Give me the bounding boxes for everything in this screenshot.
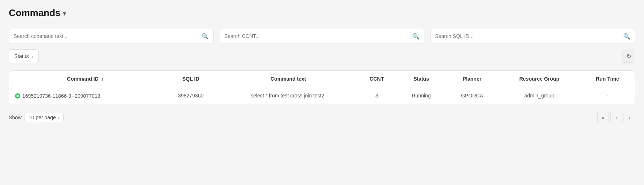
prev-page-icon: ‹ (615, 115, 617, 120)
next-page-button[interactable]: › (624, 112, 635, 123)
sql-id-search-input[interactable] (435, 33, 623, 39)
sql-id-search-icon: 🔍 (623, 33, 630, 40)
col-header-command-text[interactable]: Command text (220, 71, 356, 87)
ccnt-search-input[interactable] (224, 33, 413, 39)
col-header-status[interactable]: Status (397, 71, 445, 87)
cell-sql-id: 398279860 (162, 87, 220, 104)
ccnt-search-box: 🔍 (220, 29, 425, 43)
first-page-button[interactable]: « (597, 112, 609, 123)
refresh-icon: ↻ (626, 53, 631, 60)
table-footer: Show 10 per page › « ‹ › (9, 112, 635, 123)
running-status-dot (15, 93, 20, 99)
refresh-button[interactable]: ↻ (622, 50, 635, 63)
table-header-row: Command ID ↑ SQL ID Command text CCNT St… (9, 71, 635, 87)
status-filter-chevron-icon: › (32, 54, 33, 59)
commands-table: Command ID ↑ SQL ID Command text CCNT St… (9, 71, 635, 104)
col-header-run-time[interactable]: Run Time (580, 71, 635, 87)
col-header-command-id[interactable]: Command ID ↑ (9, 71, 162, 87)
show-label-area: Show 10 per page › (9, 113, 64, 122)
command-id-value: 1695219736-11866-3--209077013 (22, 93, 100, 99)
per-page-chevron-icon: › (58, 115, 60, 120)
col-header-resource-group[interactable]: Resource Group (499, 71, 580, 87)
commands-table-container: Command ID ↑ SQL ID Command text CCNT St… (9, 70, 635, 104)
cell-planner: GPORCA (446, 87, 499, 104)
cell-ccnt: 3 (356, 87, 397, 104)
ccnt-search-icon: 🔍 (412, 33, 420, 40)
sort-arrow-icon: ↑ (102, 77, 104, 82)
pagination-controls: « ‹ › (597, 112, 635, 123)
sql-id-search-box: 🔍 (430, 29, 635, 43)
col-header-sql-id[interactable]: SQL ID (162, 71, 220, 87)
show-text: Show (9, 115, 22, 120)
command-text-search-box: 🔍 (9, 29, 214, 43)
table-row: 1695219736-11866-3--209077013398279860se… (9, 87, 635, 104)
status-filter-label: Status (14, 53, 29, 59)
page-header: Commands ▾ (9, 7, 635, 19)
col-header-planner[interactable]: Planner (446, 71, 499, 87)
next-page-icon: › (629, 115, 630, 120)
header-chevron-icon[interactable]: ▾ (63, 9, 66, 18)
cell-command-id: 1695219736-11866-3--209077013 (9, 87, 162, 104)
cell-run-time: - (580, 87, 635, 104)
cell-resource-group: admin_group (499, 87, 580, 104)
per-page-select[interactable]: 10 per page › (24, 113, 64, 122)
col-header-ccnt[interactable]: CCNT (356, 71, 397, 87)
filter-row: Status › ↻ (9, 49, 635, 63)
page-title: Commands (9, 7, 61, 19)
command-text-search-icon: 🔍 (202, 33, 209, 40)
search-row: 🔍 🔍 🔍 (9, 29, 635, 43)
per-page-label: 10 per page (29, 115, 56, 120)
first-page-icon: « (602, 115, 604, 120)
prev-page-button[interactable]: ‹ (610, 112, 622, 123)
cell-command-text: select * from test cross join test2; (220, 87, 356, 104)
command-text-search-input[interactable] (14, 33, 202, 39)
status-filter-button[interactable]: Status › (9, 49, 39, 63)
cell-status: Running (397, 87, 445, 104)
